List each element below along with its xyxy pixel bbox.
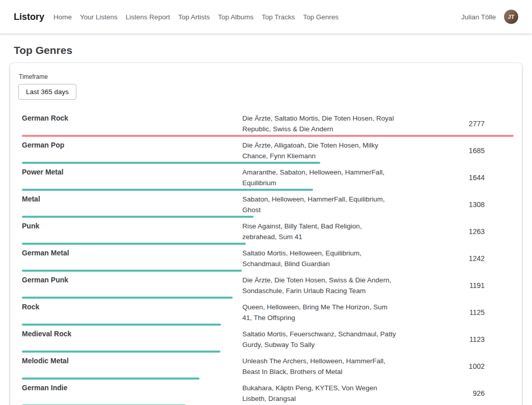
page-content: Top Genres Timeframe Last 365 days Germa… (0, 44, 532, 405)
genre-row: German RockDie Ärzte, Saltatio Mortis, D… (18, 110, 514, 137)
timeframe-label: Timeframe (19, 73, 514, 80)
genre-count: 1263 (396, 226, 514, 237)
nav-item-listens-report[interactable]: Listens Report (126, 13, 170, 21)
genre-name: Power Metal (22, 167, 242, 188)
genre-artists: Amaranthe, Sabaton, Helloween, HammerFal… (242, 167, 396, 188)
genre-row: Melodic MetalUnleash The Archers, Hellow… (18, 353, 514, 380)
genre-count: 1002 (396, 361, 514, 372)
genre-artists: Rise Against, Billy Talent, Bad Religion… (242, 221, 396, 242)
genre-name: German Rock (22, 113, 242, 134)
genre-count: 2777 (396, 119, 514, 129)
genre-row: Medieval RockSaltatio Mortis, Feuerschwa… (18, 326, 514, 353)
genre-row: German PopDie Ärzte, Alligatoah, Die Tot… (18, 137, 514, 164)
genre-artists: Saltatio Mortis, Helloween, Equilibrium,… (242, 248, 396, 269)
genre-count: 1125 (396, 307, 514, 318)
genre-name: Medieval Rock (22, 329, 242, 350)
genre-name: German Punk (22, 275, 242, 296)
top-genres-card: Timeframe Last 365 days German RockDie Ä… (10, 63, 522, 405)
genre-row: German PunkDie Ärzte, Die Toten Hosen, S… (18, 272, 514, 299)
timeframe-select[interactable]: Last 365 days (18, 84, 76, 100)
genre-count: 1123 (396, 334, 514, 345)
user-name: Julian Tölle (461, 13, 496, 21)
genre-row: Power MetalAmaranthe, Sabaton, Helloween… (18, 164, 514, 191)
genre-count: 1685 (396, 146, 514, 156)
genre-row: RockQueen, Helloween, Bring Me The Horiz… (18, 299, 514, 326)
genre-name: German Metal (22, 248, 242, 269)
genre-name: German Indie (22, 383, 242, 404)
genre-count: 1191 (396, 280, 514, 291)
genre-row: MetalSabaton, Helloween, HammerFall, Equ… (18, 191, 514, 218)
genre-count: 1242 (396, 253, 514, 264)
app-logo[interactable]: Listory (14, 12, 44, 22)
user-area: Julian Tölle JT (461, 10, 518, 24)
nav-item-your-listens[interactable]: Your Listens (80, 13, 118, 21)
genre-artists: Die Ärzte, Alligatoah, Die Toten Hosen, … (242, 140, 396, 161)
genre-artists: Die Ärzte, Die Toten Hosen, Swiss & Die … (242, 275, 396, 296)
nav-item-top-tracks[interactable]: Top Tracks (262, 13, 295, 21)
genre-name: Rock (22, 302, 242, 323)
genre-table: German RockDie Ärzte, Saltatio Mortis, D… (18, 110, 514, 405)
genre-name: Metal (22, 194, 242, 215)
genre-row: PunkRise Against, Billy Talent, Bad Reli… (18, 218, 514, 245)
genre-name: Punk (22, 221, 242, 242)
genre-count: 1308 (396, 199, 514, 210)
genre-name: German Pop (22, 140, 242, 161)
nav-item-top-genres[interactable]: Top Genres (303, 13, 339, 21)
genre-row: German MetalSaltatio Mortis, Helloween, … (18, 245, 514, 272)
genre-artists: Bukahara, Käptn Peng, KYTES, Von Wegen L… (242, 383, 396, 404)
nav-item-top-albums[interactable]: Top Albums (218, 13, 254, 21)
top-navbar: Listory HomeYour ListensListens ReportTo… (0, 0, 532, 34)
genre-artists: Queen, Helloween, Bring Me The Horizon, … (242, 302, 396, 323)
user-avatar[interactable]: JT (504, 10, 518, 24)
genre-artists: Sabaton, Helloween, HammerFall, Equilibr… (242, 194, 396, 215)
genre-name: Melodic Metal (22, 356, 242, 377)
nav-links: HomeYour ListensListens ReportTop Artist… (53, 13, 339, 21)
genre-artists: Unleash The Archers, Helloween, HammerFa… (242, 356, 396, 377)
genre-count: 926 (396, 388, 514, 399)
genre-artists: Saltatio Mortis, Feuerschwanz, Schandmau… (242, 329, 396, 350)
genre-artists: Die Ärzte, Saltatio Mortis, Die Toten Ho… (242, 113, 396, 134)
genre-count: 1644 (396, 172, 514, 183)
nav-item-home[interactable]: Home (53, 13, 72, 21)
page-title: Top Genres (14, 44, 522, 56)
genre-row: German IndieBukahara, Käptn Peng, KYTES,… (18, 380, 514, 405)
nav-item-top-artists[interactable]: Top Artists (178, 13, 210, 21)
